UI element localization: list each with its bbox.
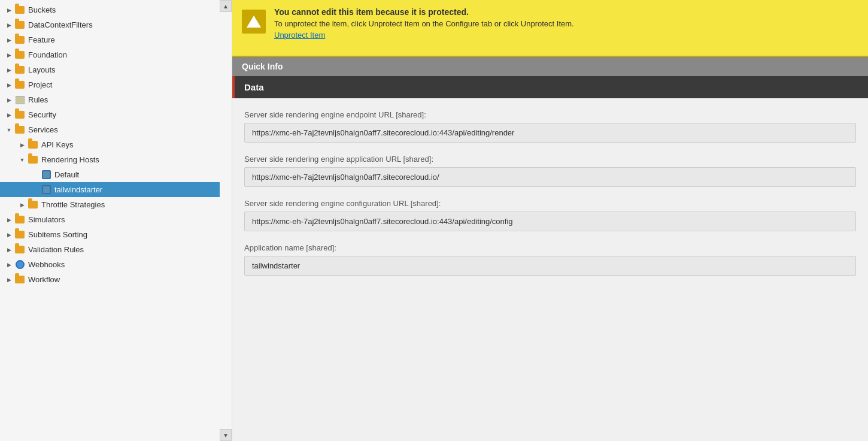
sidebar-item-label-default: Default [54, 170, 79, 179]
sidebar-item-throttle-strategies[interactable]: ▶Throttle Strategies [0, 197, 220, 212]
sidebar-item-tailwindstarter[interactable]: tailwindstarter [0, 182, 220, 197]
folder-icon [14, 246, 25, 253]
sidebar-item-datacontextfilters[interactable]: ▶DataContextFilters [0, 17, 220, 32]
quick-info-section-header: Quick Info [232, 57, 868, 76]
tree-arrow-security: ▶ [5, 112, 13, 118]
warning-triangle-icon [247, 16, 261, 28]
sidebar-item-label-rules: Rules [28, 95, 48, 104]
tree-arrow-rules: ▶ [5, 97, 13, 103]
gear-icon [41, 170, 51, 179]
sidebar-item-label-simulators: Simulators [28, 215, 65, 224]
sidebar-item-rules[interactable]: ▶Rules [0, 92, 220, 107]
folder-icon [28, 141, 38, 149]
sidebar: ▲ ▶Buckets▶DataContextFilters▶Feature▶Fo… [0, 0, 232, 441]
sidebar-item-layouts[interactable]: ▶Layouts [0, 62, 220, 77]
sidebar-item-validation-rules[interactable]: ▶Validation Rules [0, 242, 220, 257]
globe-icon [14, 260, 25, 269]
field-value-1: https://xmc-eh-7aj2tevnljs0halgn0aff7.si… [244, 167, 856, 187]
folder-icon [28, 201, 38, 209]
tree-arrow-webhooks: ▶ [5, 262, 13, 268]
tree-arrow-throttle-strategies: ▶ [18, 202, 26, 208]
tree-arrow-layouts: ▶ [5, 67, 13, 73]
field-group-3: Application name [shared]:tailwindstarte… [244, 243, 856, 276]
folder-icon [14, 51, 25, 59]
sidebar-item-label-datacontextfilters: DataContextFilters [28, 20, 93, 29]
field-value-0: https://xmc-eh-7aj2tevnljs0halgn0aff7.si… [244, 123, 856, 143]
warning-text: You cannot edit this item because it is … [274, 7, 574, 40]
tree-arrow-simulators: ▶ [5, 217, 13, 223]
sidebar-item-feature[interactable]: ▶Feature [0, 32, 220, 47]
sidebar-item-label-workflow: Workflow [28, 275, 60, 284]
tree-arrow-datacontextfilters: ▶ [5, 22, 13, 28]
folder-icon [14, 21, 25, 29]
tree-arrow-foundation: ▶ [5, 52, 13, 58]
sidebar-item-label-project: Project [28, 80, 52, 89]
rules-icon [14, 96, 25, 104]
field-group-0: Server side rendering engine endpoint UR… [244, 110, 856, 143]
sidebar-item-label-renderinghosts: Rendering Hosts [41, 155, 99, 164]
sidebar-item-simulators[interactable]: ▶Simulators [0, 212, 220, 227]
tree-arrow-buckets: ▶ [5, 7, 13, 13]
sidebar-item-label-services: Services [28, 125, 58, 134]
folder-icon [28, 156, 38, 164]
sidebar-item-label-subitems-sorting: Subitems Sorting [28, 230, 87, 239]
sidebar-item-webhooks[interactable]: ▶Webhooks [0, 257, 220, 272]
field-label-1: Server side rendering engine application… [244, 155, 856, 164]
data-section-header: Data [232, 76, 868, 98]
folder-icon [14, 126, 25, 134]
warning-icon-wrap [242, 10, 266, 34]
unprotect-item-link[interactable]: Unprotect Item [274, 31, 574, 40]
gear-icon [41, 185, 51, 194]
tree-arrow-services: ▼ [5, 127, 13, 133]
folder-icon [14, 216, 25, 223]
tree-arrow-project: ▶ [5, 82, 13, 88]
folder-icon [14, 276, 25, 283]
tree-arrow-subitems-sorting: ▶ [5, 232, 13, 238]
sidebar-item-label-layouts: Layouts [28, 65, 56, 74]
field-label-3: Application name [shared]: [244, 243, 856, 252]
sidebar-item-label-apikeys: API Keys [41, 140, 73, 149]
folder-icon [14, 36, 25, 44]
field-value-2: https://xmc-eh-7aj2tevnljs0halgn0aff7.si… [244, 212, 856, 231]
field-value-3: tailwindstarter [244, 256, 856, 276]
sidebar-item-security[interactable]: ▶Security [0, 107, 220, 122]
folder-icon [14, 111, 25, 119]
sidebar-item-label-buckets: Buckets [28, 5, 56, 14]
folder-icon [14, 66, 25, 74]
scroll-down-button[interactable]: ▼ [220, 429, 232, 441]
sidebar-item-label-webhooks: Webhooks [28, 260, 65, 269]
form-area: Server side rendering engine endpoint UR… [232, 98, 868, 441]
sidebar-item-services[interactable]: ▼Services [0, 122, 220, 137]
sidebar-item-workflow[interactable]: ▶Workflow [0, 272, 220, 287]
tree-arrow-apikeys: ▶ [18, 142, 26, 148]
tree-arrow-validation-rules: ▶ [5, 247, 13, 253]
field-group-2: Server side rendering engine configurati… [244, 199, 856, 231]
warning-description: To unprotect the item, click Unprotect I… [274, 19, 574, 28]
sidebar-item-label-security: Security [28, 110, 56, 119]
folder-icon [14, 81, 25, 89]
field-label-2: Server side rendering engine configurati… [244, 199, 856, 208]
scroll-up-button[interactable]: ▲ [220, 0, 232, 12]
sidebar-item-foundation[interactable]: ▶Foundation [0, 47, 220, 62]
sidebar-item-label-foundation: Foundation [28, 50, 67, 59]
sidebar-item-apikeys[interactable]: ▶API Keys [0, 137, 220, 152]
sidebar-item-buckets[interactable]: ▶Buckets [0, 2, 220, 17]
sidebar-item-label-feature: Feature [28, 35, 55, 44]
sidebar-item-renderinghosts[interactable]: ▼Rendering Hosts [0, 152, 220, 167]
sidebar-item-project[interactable]: ▶Project [0, 77, 220, 92]
field-group-1: Server side rendering engine application… [244, 155, 856, 187]
sidebar-item-label-validation-rules: Validation Rules [28, 245, 84, 254]
sidebar-item-default[interactable]: Default [0, 167, 220, 182]
tree-arrow-renderinghosts: ▼ [18, 157, 26, 163]
warning-banner: You cannot edit this item because it is … [232, 0, 868, 57]
sidebar-item-label-tailwindstarter: tailwindstarter [54, 185, 102, 194]
main-content: You cannot edit this item because it is … [232, 0, 868, 441]
sidebar-item-label-throttle-strategies: Throttle Strategies [41, 200, 105, 209]
folder-icon [14, 231, 25, 238]
tree-arrow-workflow: ▶ [5, 277, 13, 283]
tree-arrow-feature: ▶ [5, 37, 13, 43]
warning-title: You cannot edit this item because it is … [274, 7, 574, 17]
folder-icon [14, 6, 25, 14]
field-label-0: Server side rendering engine endpoint UR… [244, 110, 856, 119]
sidebar-item-subitems-sorting[interactable]: ▶Subitems Sorting [0, 227, 220, 242]
